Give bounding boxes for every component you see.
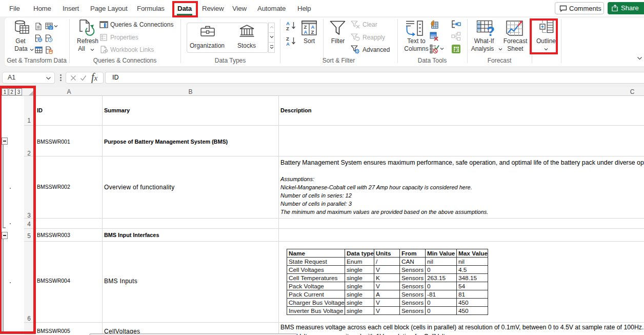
svg-text:Z: Z [311,29,314,35]
svg-text:A: A [286,41,290,46]
svg-text:Z: Z [286,26,289,31]
svg-text:?: ? [487,24,495,37]
svg-text:J: J [454,48,456,52]
svg-text:A: A [304,29,308,35]
